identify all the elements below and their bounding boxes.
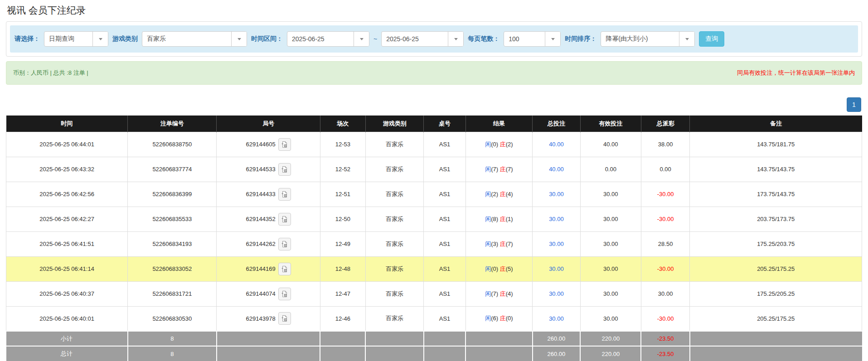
- cell-time: 2025-06-25 06:40:37: [6, 281, 128, 306]
- date-to-combobox[interactable]: [381, 31, 464, 47]
- cell-total-bet[interactable]: 30.00: [533, 182, 581, 207]
- query-button[interactable]: 查询: [699, 31, 724, 47]
- total-bet-link[interactable]: 30.00: [549, 290, 564, 297]
- date-range-separator: ~: [373, 35, 377, 43]
- result-player-label: 闲: [485, 290, 491, 297]
- cell-game-type: 百家乐: [365, 231, 423, 256]
- result-banker-label: 庄: [500, 241, 506, 247]
- total-bet-link[interactable]: 30.00: [549, 315, 564, 322]
- cell-round-number: 629143978: [217, 306, 320, 331]
- cell-result: 闲(8) 庄(1): [466, 207, 532, 231]
- cell-total-bet[interactable]: 40.00: [533, 132, 581, 157]
- game-type-label: 游戏类别: [112, 35, 138, 43]
- game-type-dropdown-button[interactable]: [231, 32, 247, 46]
- game-type-input[interactable]: [142, 32, 231, 46]
- cell-payout: -30.00: [641, 306, 690, 331]
- table-row: 2025-06-25 06:44:01522606838750629144605…: [6, 132, 862, 157]
- game-type-combobox[interactable]: [142, 31, 247, 47]
- page-1-button[interactable]: 1: [847, 97, 861, 112]
- cell-time: 2025-06-25 06:42:56: [6, 182, 128, 207]
- cell-total-bet[interactable]: 30.00: [533, 256, 581, 281]
- result-banker-score: (4): [506, 191, 513, 197]
- video-replay-button[interactable]: [278, 288, 291, 300]
- result-player-score: (8): [491, 216, 498, 222]
- video-replay-button[interactable]: [278, 188, 291, 201]
- video-replay-button[interactable]: [278, 138, 291, 151]
- cell-payout: 38.00: [641, 132, 690, 157]
- footer-empty-round: [217, 331, 320, 346]
- footer-empty-session: [320, 346, 365, 361]
- select-mode-input[interactable]: [44, 32, 92, 46]
- result-banker-label: 庄: [500, 141, 506, 148]
- cell-valid-bet: 30.00: [580, 207, 641, 231]
- result-banker-score: (7): [506, 241, 513, 247]
- cell-game-type: 百家乐: [365, 182, 423, 207]
- total-bet-link[interactable]: 30.00: [549, 265, 564, 272]
- cell-table-number: AS1: [424, 256, 466, 281]
- total-bet-link[interactable]: 30.00: [549, 191, 564, 197]
- currency-total-text: 币别：人民币 | 总共 :8 注单 |: [13, 69, 88, 77]
- select-mode-label: 请选择：: [15, 35, 40, 43]
- sort-order-dropdown-button[interactable]: [679, 32, 694, 46]
- result-player-label: 闲: [485, 241, 491, 247]
- select-mode-combobox[interactable]: [44, 31, 108, 47]
- date-from-dropdown-button[interactable]: [354, 32, 369, 46]
- valid-bet-notice: 同局有效投注，统一计算在该局第一张注单内: [737, 69, 855, 77]
- cell-bet-number: 522606836399: [128, 182, 217, 207]
- cell-round-number: 629144169: [217, 256, 320, 281]
- video-replay-button[interactable]: [278, 312, 291, 325]
- cell-total-bet[interactable]: 30.00: [533, 207, 581, 231]
- cell-payout: 0.00: [641, 157, 690, 182]
- video-replay-button[interactable]: [278, 213, 291, 226]
- sort-order-input[interactable]: [601, 32, 679, 46]
- cell-game-type: 百家乐: [365, 281, 423, 306]
- cell-table-number: AS1: [424, 207, 466, 231]
- cell-session: 12-52: [320, 157, 365, 182]
- select-mode-dropdown-button[interactable]: [92, 32, 108, 46]
- table-row: 2025-06-25 06:42:56522606836399629144433…: [6, 182, 862, 207]
- total-bet-link[interactable]: 40.00: [549, 141, 564, 148]
- date-to-dropdown-button[interactable]: [448, 32, 463, 46]
- result-banker-label: 庄: [500, 191, 506, 197]
- round-number-group: 629144605: [246, 138, 291, 151]
- video-replay-button[interactable]: [278, 238, 291, 250]
- date-to-input[interactable]: [382, 32, 448, 46]
- cell-payout: 28.50: [641, 231, 690, 256]
- cell-total-bet[interactable]: 40.00: [533, 157, 581, 182]
- table-header-row: 时间注单编号局号场次游戏类别桌号结果总投注有效投注总派彩备注: [6, 116, 862, 132]
- result-banker-score: (2): [506, 141, 513, 148]
- film-record-icon: [281, 216, 288, 223]
- filter-panel: 请选择： 游戏类别 时间区间： ~ 每页笔数：: [6, 21, 862, 57]
- video-replay-button[interactable]: [278, 263, 291, 275]
- round-number-text: 629144533: [246, 166, 276, 173]
- column-header-10: 备注: [690, 116, 862, 132]
- cell-valid-bet: 30.00: [580, 231, 641, 256]
- cell-valid-bet: 0.00: [580, 157, 641, 182]
- video-replay-button[interactable]: [278, 163, 291, 176]
- date-from-input[interactable]: [287, 32, 354, 46]
- sort-order-combobox[interactable]: [601, 31, 695, 47]
- sort-order-label: 时间排序：: [565, 35, 596, 43]
- cell-total-bet[interactable]: 30.00: [533, 281, 581, 306]
- round-number-group: 629143978: [246, 312, 291, 325]
- cell-total-bet[interactable]: 30.00: [533, 306, 581, 331]
- cell-total-bet[interactable]: 30.00: [533, 231, 581, 256]
- cell-bet-number: 522606834193: [128, 231, 217, 256]
- cell-session: 12-48: [320, 256, 365, 281]
- footer-empty-round: [217, 346, 320, 361]
- grand-total-row: 总计8260.00220.00-23.50: [6, 346, 862, 361]
- total-bet-link[interactable]: 40.00: [549, 166, 564, 173]
- page-size-dropdown-button[interactable]: [545, 32, 560, 46]
- cell-table-number: AS1: [424, 231, 466, 256]
- cell-valid-bet: 30.00: [580, 182, 641, 207]
- page: 视讯 会员下注纪录 请选择： 游戏类别 时间区间： ~ 每页: [0, 0, 868, 361]
- page-size-input[interactable]: [504, 32, 545, 46]
- cell-remark: 203.75/173.75: [690, 207, 862, 231]
- total-bet-link[interactable]: 30.00: [549, 216, 564, 222]
- chevron-down-icon: [99, 38, 102, 40]
- page-size-combobox[interactable]: [504, 31, 561, 47]
- cell-session: 12-49: [320, 231, 365, 256]
- total-bet-link[interactable]: 30.00: [549, 241, 564, 247]
- result-banker-label: 庄: [500, 290, 506, 297]
- date-from-combobox[interactable]: [287, 31, 369, 47]
